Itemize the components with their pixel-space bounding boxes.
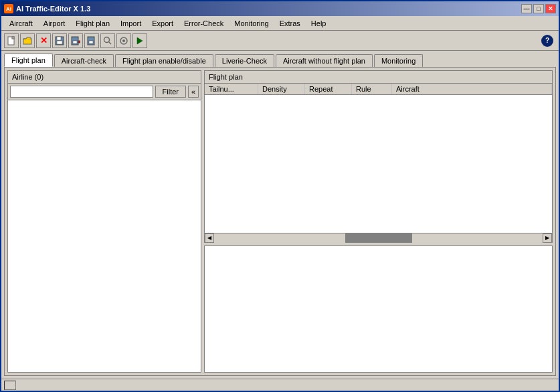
menu-errorcheck[interactable]: Error-Check <box>179 18 229 29</box>
detail-panel <box>204 246 553 373</box>
col-header-aircraft: Aircraft <box>392 84 552 94</box>
tab-aircraft-check[interactable]: Aircraft-check <box>54 54 114 67</box>
flight-plan-header: Flight plan <box>205 71 552 84</box>
toolbar-search-button[interactable] <box>100 33 115 48</box>
svg-marker-15 <box>137 37 143 44</box>
tabs-bar: Flight plan Aircraft-check Flight plan e… <box>1 51 559 67</box>
flight-plan-table-panel: Flight plan Tailnu... Density Repeat Rul… <box>204 70 553 243</box>
scroll-left-button[interactable]: ◀ <box>205 233 214 243</box>
title-buttons: — □ ✕ <box>521 4 556 13</box>
table-header: Tailnu... Density Repeat Rule Aircraft <box>205 84 552 95</box>
toolbar-open-button[interactable] <box>20 33 35 48</box>
window-title: AI Traffic-Editor X 1.3 <box>16 5 90 13</box>
filter-button[interactable]: Filter <box>155 86 186 98</box>
tab-flight-plan[interactable]: Flight plan <box>4 54 53 67</box>
scroll-thumb[interactable] <box>345 233 412 243</box>
tab-liverie-check[interactable]: Liverie-Check <box>215 54 274 67</box>
maximize-button[interactable]: □ <box>533 4 544 13</box>
collapse-button[interactable]: « <box>188 86 199 98</box>
svg-rect-1 <box>12 37 14 39</box>
minimize-button[interactable]: — <box>521 4 532 13</box>
col-header-tailnum: Tailnu... <box>205 84 258 94</box>
svg-rect-8 <box>78 41 80 43</box>
toolbar-save2-button[interactable] <box>68 33 83 48</box>
menu-help[interactable]: Help <box>306 18 332 29</box>
menu-extras[interactable]: Extras <box>274 18 306 29</box>
toolbar-savecross-button[interactable] <box>84 33 99 48</box>
svg-rect-10 <box>89 41 93 43</box>
tab-aircraft-without-flight-plan[interactable]: Aircraft without flight plan <box>276 54 373 67</box>
svg-rect-4 <box>57 37 61 40</box>
toolbar-save-button[interactable] <box>52 33 67 48</box>
right-panel: Flight plan Tailnu... Density Repeat Rul… <box>204 70 553 373</box>
menu-bar: Aircraft Airport Flight plan Import Expo… <box>1 16 559 31</box>
menu-export[interactable]: Export <box>147 18 179 29</box>
app-icon: AI <box>4 4 13 13</box>
help-button[interactable]: ? <box>541 35 553 47</box>
menu-aircraft[interactable]: Aircraft <box>4 18 38 29</box>
airline-header: Airline (0) <box>8 71 201 84</box>
title-bar: AI AI Traffic-Editor X 1.3 — □ ✕ <box>1 1 559 16</box>
status-bar <box>1 379 559 391</box>
tab-flight-plan-enable[interactable]: Flight plan enable/disable <box>115 54 213 67</box>
tab-monitoring[interactable]: Monitoring <box>374 54 423 67</box>
col-header-rule: Rule <box>352 84 392 94</box>
filter-input[interactable] <box>10 86 153 98</box>
svg-rect-7 <box>73 41 77 43</box>
close-button[interactable]: ✕ <box>545 4 556 13</box>
content-area: Airline (0) Filter « Flight plan Tailnu.… <box>4 67 556 376</box>
scroll-track[interactable] <box>214 233 543 243</box>
toolbar-close-button[interactable]: ✕ <box>36 33 51 48</box>
main-split: Airline (0) Filter « Flight plan Tailnu.… <box>5 68 555 375</box>
col-header-density: Density <box>258 84 305 94</box>
menu-monitoring[interactable]: Monitoring <box>229 18 274 29</box>
left-panel: Airline (0) Filter « <box>7 70 201 373</box>
svg-point-14 <box>122 39 125 42</box>
toolbar-build-button[interactable] <box>116 33 131 48</box>
menu-import[interactable]: Import <box>115 18 147 29</box>
svg-rect-5 <box>57 41 62 44</box>
menu-airport[interactable]: Airport <box>38 18 70 29</box>
toolbar-play-button[interactable] <box>132 33 147 48</box>
flight-plan-table-body[interactable] <box>205 95 552 233</box>
main-window: AI AI Traffic-Editor X 1.3 — □ ✕ Aircraf… <box>0 0 560 392</box>
status-text <box>4 381 16 390</box>
toolbar: ✕ ? <box>1 31 559 51</box>
toolbar-new-button[interactable] <box>4 33 19 48</box>
left-toolbar: Filter « <box>8 84 201 100</box>
col-header-repeat: Repeat <box>305 84 352 94</box>
horizontal-scrollbar[interactable]: ◀ ▶ <box>205 233 552 242</box>
svg-line-12 <box>109 41 112 44</box>
scroll-right-button[interactable]: ▶ <box>543 233 552 243</box>
svg-point-11 <box>104 37 110 42</box>
menu-flightplan[interactable]: Flight plan <box>70 18 115 29</box>
title-bar-left: AI AI Traffic-Editor X 1.3 <box>4 4 90 13</box>
airline-list[interactable] <box>8 100 201 372</box>
